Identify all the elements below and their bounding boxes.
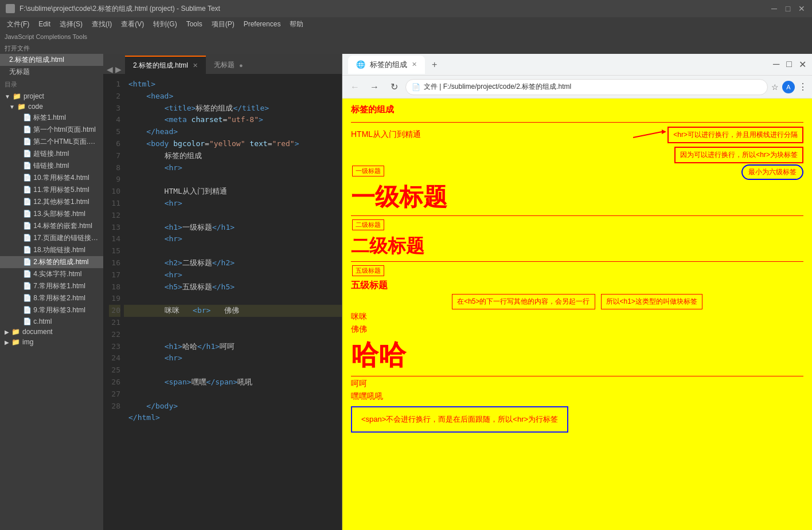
menu-project[interactable]: 项目(P) xyxy=(207,18,239,30)
project-label: project xyxy=(24,92,44,100)
close-button[interactable]: ✕ xyxy=(797,4,806,13)
sidebar-file-5[interactable]: 📄 10.常用标签4.html xyxy=(0,172,103,184)
sidebar-file-6[interactable]: 📄 11.常用标签5.html xyxy=(0,184,103,196)
browser-close-button[interactable]: ✕ xyxy=(799,59,806,70)
browser-maximize-button[interactable]: □ xyxy=(786,59,792,70)
maximize-button[interactable]: □ xyxy=(783,4,793,13)
sidebar-file-12[interactable]: 📄 2.标签的组成.html xyxy=(0,256,103,268)
window-title: F:\sublime\project\code\2.标签的组成.html (pr… xyxy=(19,4,770,14)
fofo-text: 佛佛 xyxy=(351,324,367,333)
sidebar-file-7[interactable]: 📄 12.其他标签1.html xyxy=(0,196,103,208)
browser-tab[interactable]: 🌐 标签的组成 ✕ xyxy=(348,56,425,74)
sidebar-no-title[interactable]: 无标题 xyxy=(0,66,103,78)
menu-tools[interactable]: Tools xyxy=(182,19,207,29)
profile-button[interactable]: A xyxy=(782,81,795,93)
menu-bar: 文件(F) Edit 选择(S) 查找(I) 查看(V) 转到(G) Tools… xyxy=(0,17,812,31)
menu-help[interactable]: 帮助 xyxy=(285,18,308,30)
sidebar-file-15[interactable]: 📄 8.常用标签2.html xyxy=(0,292,103,304)
hr-3 xyxy=(351,261,803,262)
more-options-button[interactable]: ⋮ xyxy=(798,81,807,92)
browser-window-controls: ─ □ ✕ xyxy=(773,59,806,70)
arrow-right-icon: ▶ xyxy=(5,329,9,335)
sidebar-file-11[interactable]: 📄 18.功能链接.html xyxy=(0,244,103,256)
folder-doc-icon: 📁 xyxy=(11,328,20,336)
arrow-svg-1 xyxy=(633,126,667,143)
inline-desc-2: 所以<h1>这类型的叫做块标签 xyxy=(601,294,702,309)
code-body[interactable]: <html> <head> <title>标签的组成</title> <meta… xyxy=(124,74,342,530)
browser-content: 标签的组成 HTML从入门到精通 <hr>可以进行换行，并且用横线进行分隔 因为… xyxy=(342,99,812,530)
menu-goto[interactable]: 转到(G) xyxy=(149,18,181,30)
sidebar-file-2[interactable]: 📄 第二个HTML页面.html xyxy=(0,136,103,148)
annotation-block-desc: 因为可以进行换行，所以<hr>为块标签 xyxy=(674,147,803,163)
browser-minimize-button[interactable]: ─ xyxy=(773,59,779,70)
browser-area: 🌐 标签的组成 ✕ + ─ □ ✕ ← → ↻ 📄 文件 | F:/sublim… xyxy=(342,54,812,530)
menu-edit[interactable]: Edit xyxy=(34,19,55,29)
tab-0-close[interactable]: ✕ xyxy=(193,62,198,69)
tab-0[interactable]: 2.标签的组成.html ✕ xyxy=(125,56,206,74)
document-label: document xyxy=(22,328,53,336)
hr-4 xyxy=(351,376,803,376)
folder-icon-code: 📁 xyxy=(17,103,26,111)
open-file-label: 打开文件 xyxy=(5,44,30,53)
label-h2-badge: 二级标题 xyxy=(352,219,384,230)
bookmark-button[interactable]: ☆ xyxy=(771,83,779,92)
arrow-icon: ▼ xyxy=(5,93,10,100)
browser-tab-close[interactable]: ✕ xyxy=(412,61,417,68)
sidebar-file-8[interactable]: 📄 13.头部标签.html xyxy=(0,208,103,220)
sidebar-file-3[interactable]: 📄 超链接.html xyxy=(0,148,103,160)
sidebar-file-14[interactable]: 📄 7.常用标签1.html xyxy=(0,280,103,292)
span-desc-text: <span>不会进行换行，而是在后面跟随，所以<hr>为行标签 xyxy=(361,415,558,423)
sub-menu-text: JavaScript Completions Tools xyxy=(5,33,87,40)
sidebar-active-file[interactable]: 2.标签的组成.html xyxy=(0,54,103,66)
menu-view[interactable]: 查看(V) xyxy=(116,18,149,30)
code-editor[interactable]: 12345 678910 1112131415 16171819 20 2122… xyxy=(103,74,342,530)
tab-bar: ◀ ▶ 2.标签的组成.html ✕ 无标题 ● xyxy=(103,54,342,74)
sidebar: 2.标签的组成.html 无标题 目录 ▼ 📁 project ▼ 📁 code… xyxy=(0,54,103,530)
address-bar[interactable]: 📄 文件 | F:/sublime/project/code/2.标签的组成.h… xyxy=(405,79,768,95)
folder-img-icon: 📁 xyxy=(11,338,20,346)
annotation-hr-desc: <hr>可以进行换行，并且用横线进行分隔 xyxy=(667,127,803,143)
svg-line-0 xyxy=(633,132,662,138)
page-title: 标签的组成 xyxy=(351,104,394,115)
back-button[interactable]: ← xyxy=(347,79,363,95)
sidebar-project-folder[interactable]: ▼ 📁 project xyxy=(0,91,103,101)
menu-select[interactable]: 选择(S) xyxy=(55,18,87,30)
h1-display-text: 一级标题 xyxy=(351,183,447,210)
forward-button[interactable]: → xyxy=(366,79,382,95)
sidebar-img-folder[interactable]: ▶ 📁 img xyxy=(0,337,103,347)
tab-1[interactable]: 无标题 ● xyxy=(206,56,251,74)
sidebar-document-folder[interactable]: ▶ 📁 document xyxy=(0,327,103,337)
sidebar-file-4[interactable]: 📄 锚链接.html xyxy=(0,160,103,172)
folder-icon: 📁 xyxy=(13,92,21,100)
menu-file[interactable]: 文件(F) xyxy=(2,18,34,30)
hr-1 xyxy=(351,122,803,123)
menu-preferences[interactable]: Preferences xyxy=(239,19,286,29)
open-file-bar[interactable]: 打开文件 xyxy=(0,42,812,54)
address-file-icon: 📄 xyxy=(412,83,420,91)
sidebar-code-folder[interactable]: ▼ 📁 code xyxy=(0,101,103,112)
window-controls[interactable]: ─ □ ✕ xyxy=(770,4,806,13)
haha-display-text: 哈哈 xyxy=(351,340,406,370)
hehe-text: 呵呵 xyxy=(351,379,367,388)
sidebar-directory-label: 目录 xyxy=(0,78,103,91)
label-h1-badge: 一级标题 xyxy=(352,166,384,176)
minimize-button[interactable]: ─ xyxy=(770,4,779,13)
code-label: code xyxy=(28,103,43,111)
browser-nav-bar: ← → ↻ 📄 文件 | F:/sublime/project/code/2.标… xyxy=(342,76,812,99)
tab-nav-arrows[interactable]: ◀ ▶ xyxy=(103,65,125,74)
sidebar-file-17[interactable]: 📄 c.html xyxy=(0,316,103,327)
sidebar-file-1[interactable]: 📄 第一个html页面.html xyxy=(0,124,103,136)
app-icon xyxy=(6,4,15,13)
sub-menu-bar: JavaScript Completions Tools xyxy=(0,31,812,42)
menu-find[interactable]: 查找(I) xyxy=(87,18,116,30)
reload-button[interactable]: ↻ xyxy=(386,79,402,95)
browser-new-tab-button[interactable]: + xyxy=(430,57,439,72)
sidebar-file-0[interactable]: 📄 标签1.html xyxy=(0,112,103,124)
sidebar-file-13[interactable]: 📄 4.实体字符.html xyxy=(0,268,103,280)
inline-desc-1: 在<h5>的下一行写其他的内容，会另起一行 xyxy=(452,294,595,309)
sidebar-file-16[interactable]: 📄 9.常用标签3.html xyxy=(0,304,103,316)
editor-area: ◀ ▶ 2.标签的组成.html ✕ 无标题 ● 12345 678910 11… xyxy=(103,54,342,530)
sidebar-file-9[interactable]: 📄 14.标签的嵌套.html xyxy=(0,220,103,232)
arrow-icon-code: ▼ xyxy=(9,104,15,110)
sidebar-file-10[interactable]: 📄 17.页面建的锚链接.html xyxy=(0,232,103,244)
